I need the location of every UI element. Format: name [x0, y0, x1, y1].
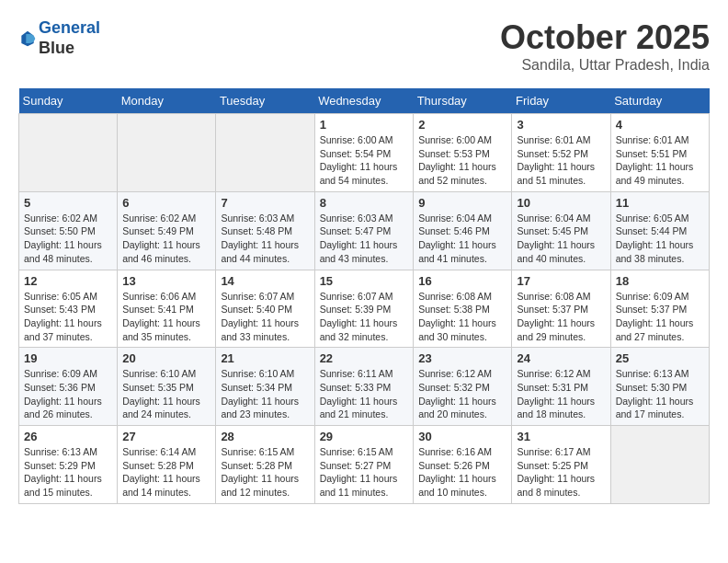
day-info: Sunrise: 6:04 AM Sunset: 5:46 PM Dayligh…: [418, 212, 506, 266]
calendar-cell: 29Sunrise: 6:15 AM Sunset: 5:27 PM Dayli…: [314, 426, 414, 504]
day-info: Sunrise: 6:07 AM Sunset: 5:40 PM Dayligh…: [221, 290, 309, 344]
day-number: 12: [24, 274, 112, 288]
location-title: Sandila, Uttar Pradesh, India: [500, 57, 710, 74]
day-number: 14: [221, 274, 309, 288]
day-number: 2: [418, 118, 506, 132]
day-number: 18: [616, 274, 704, 288]
day-number: 23: [418, 351, 506, 365]
calendar-cell: 9Sunrise: 6:04 AM Sunset: 5:46 PM Daylig…: [414, 191, 512, 270]
day-info: Sunrise: 6:01 AM Sunset: 5:52 PM Dayligh…: [517, 133, 605, 188]
weekday-header-friday: Friday: [512, 88, 610, 114]
day-info: Sunrise: 6:04 AM Sunset: 5:45 PM Dayligh…: [517, 212, 605, 266]
day-number: 28: [221, 430, 309, 443]
day-info: Sunrise: 6:10 AM Sunset: 5:35 PM Dayligh…: [122, 367, 210, 421]
calendar-cell: 25Sunrise: 6:13 AM Sunset: 5:30 PM Dayli…: [610, 348, 709, 426]
calendar-cell: 21Sunrise: 6:10 AM Sunset: 5:34 PM Dayli…: [216, 348, 314, 426]
day-info: Sunrise: 6:15 AM Sunset: 5:28 PM Dayligh…: [221, 445, 309, 500]
day-number: 15: [320, 274, 409, 288]
day-number: 29: [320, 430, 409, 443]
day-number: 8: [320, 196, 409, 210]
calendar-cell: 17Sunrise: 6:08 AM Sunset: 5:37 PM Dayli…: [512, 270, 610, 348]
day-number: 20: [122, 351, 210, 365]
day-number: 6: [122, 196, 210, 210]
weekday-header-saturday: Saturday: [610, 88, 709, 114]
day-number: 7: [221, 196, 309, 210]
logo-icon: [18, 29, 37, 48]
calendar-cell: 23Sunrise: 6:12 AM Sunset: 5:32 PM Dayli…: [414, 348, 512, 426]
weekday-header-tuesday: Tuesday: [216, 88, 314, 114]
day-info: Sunrise: 6:00 AM Sunset: 5:54 PM Dayligh…: [320, 133, 409, 188]
calendar-cell: 13Sunrise: 6:06 AM Sunset: 5:41 PM Dayli…: [118, 270, 216, 348]
weekday-header-wednesday: Wednesday: [314, 88, 414, 114]
day-info: Sunrise: 6:10 AM Sunset: 5:34 PM Dayligh…: [221, 367, 309, 421]
weekday-header-sunday: Sunday: [19, 88, 118, 114]
day-number: 11: [616, 196, 704, 210]
calendar-cell: 28Sunrise: 6:15 AM Sunset: 5:28 PM Dayli…: [216, 426, 314, 504]
day-number: 24: [517, 351, 605, 365]
calendar-cell: 20Sunrise: 6:10 AM Sunset: 5:35 PM Dayli…: [118, 348, 216, 426]
weekday-header-row: SundayMondayTuesdayWednesdayThursdayFrid…: [19, 88, 710, 114]
day-info: Sunrise: 6:12 AM Sunset: 5:31 PM Dayligh…: [517, 367, 605, 421]
calendar-cell: 18Sunrise: 6:09 AM Sunset: 5:37 PM Dayli…: [610, 270, 709, 348]
day-info: Sunrise: 6:16 AM Sunset: 5:26 PM Dayligh…: [418, 445, 506, 500]
week-row-3: 12Sunrise: 6:05 AM Sunset: 5:43 PM Dayli…: [19, 270, 710, 348]
calendar-cell: [216, 114, 314, 192]
calendar-cell: [118, 114, 216, 192]
day-info: Sunrise: 6:03 AM Sunset: 5:48 PM Dayligh…: [221, 212, 309, 266]
day-info: Sunrise: 6:15 AM Sunset: 5:27 PM Dayligh…: [320, 445, 409, 500]
calendar-cell: 26Sunrise: 6:13 AM Sunset: 5:29 PM Dayli…: [19, 426, 118, 504]
day-number: 31: [517, 430, 605, 443]
day-number: 17: [517, 274, 605, 288]
calendar-cell: 8Sunrise: 6:03 AM Sunset: 5:47 PM Daylig…: [314, 191, 414, 270]
day-info: Sunrise: 6:03 AM Sunset: 5:47 PM Dayligh…: [320, 212, 409, 266]
day-number: 27: [122, 430, 210, 443]
calendar-cell: 4Sunrise: 6:01 AM Sunset: 5:51 PM Daylig…: [610, 114, 709, 192]
calendar-cell: 27Sunrise: 6:14 AM Sunset: 5:28 PM Dayli…: [118, 426, 216, 504]
calendar-cell: 30Sunrise: 6:16 AM Sunset: 5:26 PM Dayli…: [414, 426, 512, 504]
weekday-header-monday: Monday: [118, 88, 216, 114]
day-info: Sunrise: 6:02 AM Sunset: 5:50 PM Dayligh…: [24, 212, 112, 266]
day-info: Sunrise: 6:11 AM Sunset: 5:33 PM Dayligh…: [320, 367, 409, 421]
day-number: 9: [418, 196, 506, 210]
calendar-cell: 1Sunrise: 6:00 AM Sunset: 5:54 PM Daylig…: [314, 114, 414, 192]
calendar-cell: [19, 114, 118, 192]
calendar-cell: 10Sunrise: 6:04 AM Sunset: 5:45 PM Dayli…: [512, 191, 610, 270]
calendar-cell: 3Sunrise: 6:01 AM Sunset: 5:52 PM Daylig…: [512, 114, 610, 192]
calendar-cell: 15Sunrise: 6:07 AM Sunset: 5:39 PM Dayli…: [314, 270, 414, 348]
day-info: Sunrise: 6:12 AM Sunset: 5:32 PM Dayligh…: [418, 367, 506, 421]
calendar-cell: 5Sunrise: 6:02 AM Sunset: 5:50 PM Daylig…: [19, 191, 118, 270]
day-number: 19: [24, 351, 112, 365]
calendar-cell: 22Sunrise: 6:11 AM Sunset: 5:33 PM Dayli…: [314, 348, 414, 426]
day-info: Sunrise: 6:07 AM Sunset: 5:39 PM Dayligh…: [320, 290, 409, 344]
day-info: Sunrise: 6:13 AM Sunset: 5:29 PM Dayligh…: [24, 445, 112, 500]
calendar-cell: 16Sunrise: 6:08 AM Sunset: 5:38 PM Dayli…: [414, 270, 512, 348]
day-number: 30: [418, 430, 506, 443]
day-info: Sunrise: 6:13 AM Sunset: 5:30 PM Dayligh…: [616, 367, 704, 421]
day-number: 1: [320, 118, 409, 132]
day-number: 10: [517, 196, 605, 210]
calendar-cell: 24Sunrise: 6:12 AM Sunset: 5:31 PM Dayli…: [512, 348, 610, 426]
calendar-cell: [610, 426, 709, 504]
day-number: 3: [517, 118, 605, 132]
day-info: Sunrise: 6:05 AM Sunset: 5:43 PM Dayligh…: [24, 290, 112, 344]
calendar-cell: 31Sunrise: 6:17 AM Sunset: 5:25 PM Dayli…: [512, 426, 610, 504]
calendar-cell: 19Sunrise: 6:09 AM Sunset: 5:36 PM Dayli…: [19, 348, 118, 426]
week-row-1: 1Sunrise: 6:00 AM Sunset: 5:54 PM Daylig…: [19, 114, 710, 192]
day-info: Sunrise: 6:00 AM Sunset: 5:53 PM Dayligh…: [418, 133, 506, 188]
day-info: Sunrise: 6:01 AM Sunset: 5:51 PM Dayligh…: [616, 133, 704, 188]
day-info: Sunrise: 6:06 AM Sunset: 5:41 PM Dayligh…: [122, 290, 210, 344]
title-block: October 2025 Sandila, Uttar Pradesh, Ind…: [500, 18, 710, 74]
day-number: 22: [320, 351, 409, 365]
day-number: 4: [616, 118, 704, 132]
logo-line1: General: [39, 18, 100, 37]
day-info: Sunrise: 6:09 AM Sunset: 5:36 PM Dayligh…: [24, 367, 112, 421]
day-info: Sunrise: 6:02 AM Sunset: 5:49 PM Dayligh…: [122, 212, 210, 266]
day-info: Sunrise: 6:08 AM Sunset: 5:38 PM Dayligh…: [418, 290, 506, 344]
day-info: Sunrise: 6:05 AM Sunset: 5:44 PM Dayligh…: [616, 212, 704, 266]
page-header: General Blue October 2025 Sandila, Uttar…: [18, 18, 710, 74]
day-number: 16: [418, 274, 506, 288]
weekday-header-thursday: Thursday: [414, 88, 512, 114]
day-info: Sunrise: 6:09 AM Sunset: 5:37 PM Dayligh…: [616, 290, 704, 344]
day-number: 13: [122, 274, 210, 288]
calendar-cell: 2Sunrise: 6:00 AM Sunset: 5:53 PM Daylig…: [414, 114, 512, 192]
